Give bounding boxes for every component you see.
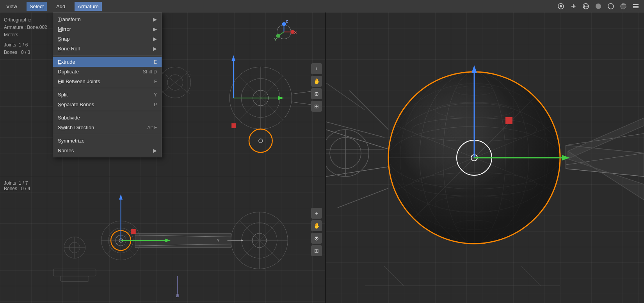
- svg-marker-33: [278, 96, 284, 100]
- svg-point-6: [608, 4, 614, 9]
- top-bar: View Select Add Armature: [0, 0, 644, 12]
- svg-point-28: [249, 129, 272, 153]
- settings-icon[interactable]: [631, 1, 641, 11]
- svg-rect-121: [505, 117, 512, 124]
- divider-1: [53, 55, 162, 55]
- hand-tool-bot-icon[interactable]: ✋: [311, 220, 322, 231]
- svg-line-42: [279, 32, 284, 35]
- svg-rect-85: [315, 237, 318, 238]
- svg-point-47: [316, 94, 317, 95]
- right-panel[interactable]: [326, 12, 644, 303]
- menu-select[interactable]: Select: [27, 2, 47, 11]
- menu-item-subdivide[interactable]: Subdivide: [53, 113, 162, 123]
- menu-item-fill-between-joints[interactable]: Fill Between Joints F: [53, 77, 162, 86]
- menu-item-bone-roll[interactable]: Bone Roll ▶: [53, 44, 162, 53]
- transform-icon[interactable]: [568, 1, 578, 11]
- svg-point-5: [596, 4, 601, 9]
- bottom-viewport-scene: Y Z: [0, 176, 325, 303]
- svg-rect-46: [315, 92, 318, 93]
- shading-icon-solid[interactable]: [593, 1, 603, 11]
- svg-marker-118: [471, 65, 477, 73]
- mode-icon[interactable]: [556, 1, 566, 11]
- svg-text:Y: Y: [217, 238, 220, 243]
- zoom-plus-bot-icon[interactable]: +: [311, 208, 322, 219]
- svg-text:Z: Z: [285, 19, 288, 23]
- divider-3: [53, 111, 162, 111]
- grid-tool-bot-icon[interactable]: ⊞: [311, 245, 322, 256]
- camera-tool-icon[interactable]: [311, 88, 322, 99]
- svg-line-132: [521, 266, 541, 286]
- svg-text:X: X: [294, 30, 297, 34]
- hand-tool-icon[interactable]: ✋: [311, 76, 322, 87]
- svg-rect-34: [231, 123, 236, 128]
- svg-line-87: [326, 122, 384, 137]
- svg-rect-77: [131, 229, 136, 234]
- svg-line-124: [349, 91, 388, 130]
- globe-icon[interactable]: [581, 1, 591, 11]
- viewport-top[interactable]: Orthographic Armature : Bone.002 Meters …: [0, 12, 325, 176]
- svg-point-29: [259, 139, 263, 143]
- main-content: Orthographic Armature : Bone.002 Meters …: [0, 12, 644, 303]
- zoom-plus-icon[interactable]: +: [311, 63, 322, 74]
- top-viewport-toolbar: + ✋ ⊞: [311, 63, 322, 112]
- svg-rect-8: [633, 4, 639, 5]
- menu-item-split[interactable]: Split Y: [53, 90, 162, 100]
- menu-item-extrude[interactable]: Extrude E: [53, 57, 162, 67]
- shading-icon-wire[interactable]: [606, 1, 616, 11]
- viewport-bottom[interactable]: Joints 1 / 7 Bones 0 / 4: [0, 176, 325, 303]
- svg-marker-74: [119, 194, 123, 200]
- menu-item-transform[interactable]: Transform ▶: [53, 14, 162, 24]
- menu-item-duplicate[interactable]: Duplicate Shift D: [53, 67, 162, 77]
- svg-line-123: [326, 167, 388, 176]
- menu-add[interactable]: Add: [53, 2, 68, 11]
- camera-tool-bot-icon[interactable]: [311, 233, 322, 244]
- menu-item-switch-direction[interactable]: Switch Direction Alt F: [53, 123, 162, 132]
- divider-4: [53, 134, 162, 134]
- grid-tool-icon[interactable]: ⊞: [311, 101, 322, 112]
- svg-point-1: [560, 5, 562, 7]
- menu-view[interactable]: View: [3, 2, 20, 11]
- svg-line-125: [338, 188, 388, 208]
- bottom-viewport-toolbar: + ✋ ⊞: [311, 208, 322, 256]
- shading-icon-material[interactable]: [618, 1, 628, 11]
- svg-point-86: [316, 238, 317, 239]
- top-viewport-scene: Z X Y: [0, 12, 325, 176]
- svg-line-89: [326, 83, 365, 110]
- menu-item-names[interactable]: Names ▶: [53, 146, 162, 155]
- menu-item-symmetrize[interactable]: Symmetrize: [53, 136, 162, 146]
- svg-line-131: [384, 266, 404, 286]
- svg-marker-80: [241, 239, 243, 241]
- right-viewport-scene: [326, 12, 644, 303]
- divider-2: [53, 88, 162, 88]
- svg-rect-69: [53, 269, 96, 276]
- svg-point-83: [176, 294, 179, 297]
- top-icons-group: [556, 1, 641, 11]
- svg-marker-31: [231, 55, 235, 61]
- menu-armature[interactable]: Armature: [75, 2, 101, 11]
- menu-item-mirror[interactable]: Mirror ▶: [53, 24, 162, 34]
- menu-item-snap[interactable]: Snap ▶: [53, 34, 162, 44]
- svg-rect-10: [633, 7, 639, 8]
- armature-dropdown-menu: Transform ▶ Mirror ▶ Snap ▶ Bone Roll ▶: [53, 12, 162, 157]
- menu-item-separate-bones[interactable]: Separate Bones P: [53, 100, 162, 109]
- svg-rect-9: [633, 6, 639, 7]
- svg-text:Y: Y: [274, 37, 277, 41]
- left-panel: Orthographic Armature : Bone.002 Meters …: [0, 12, 326, 303]
- svg-rect-70: [60, 276, 89, 282]
